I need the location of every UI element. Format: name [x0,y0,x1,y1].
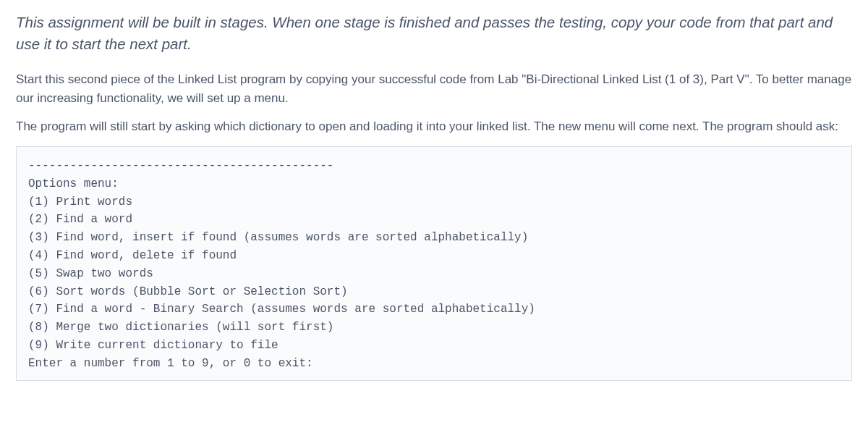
code-block-options-menu: ----------------------------------------… [16,146,852,381]
paragraph-2: The program will still start by asking w… [16,117,852,136]
paragraph-1: Start this second piece of the Linked Li… [16,70,852,107]
intro-paragraph: This assignment will be built in stages.… [16,12,852,54]
